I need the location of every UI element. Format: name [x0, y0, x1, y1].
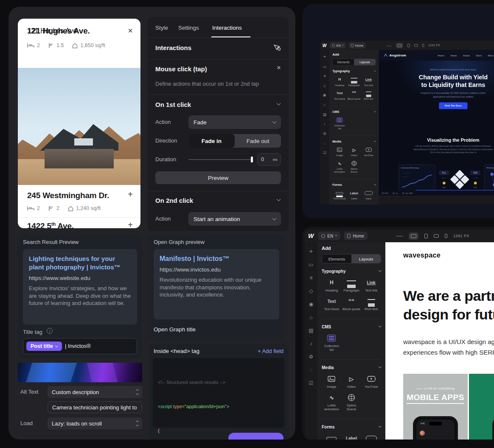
- nav-docs[interactable]: Docs: [476, 54, 482, 57]
- duration-slider-handle[interactable]: [251, 157, 253, 162]
- chevron-down-icon[interactable]: [277, 101, 281, 106]
- section-typography[interactable]: Typography: [332, 70, 376, 73]
- home-icon[interactable]: ⌂: [323, 103, 326, 107]
- webflow-logo[interactable]: W: [308, 232, 314, 239]
- landscape-breakpoint-icon[interactable]: [434, 234, 439, 238]
- audio-icon[interactable]: ♪: [310, 341, 312, 347]
- cms-icon[interactable]: ▤: [309, 328, 313, 333]
- code-editor[interactable]: <!-- Structured search results --> <scri…: [153, 358, 284, 428]
- element-rich-text[interactable]: Rich text: [361, 88, 376, 102]
- cut-off-purple-button[interactable]: [228, 433, 283, 440]
- section-forms[interactable]: Forms: [322, 425, 381, 429]
- info-icon[interactable]: i: [47, 328, 53, 334]
- element-form-block[interactable]: Form block: [332, 188, 347, 202]
- audio-icon[interactable]: ♪: [324, 122, 326, 126]
- tab-layouts[interactable]: Layouts: [351, 255, 381, 263]
- add-icon[interactable]: +: [323, 54, 326, 59]
- og-title[interactable]: Manifesto | Invictos™: [160, 255, 273, 263]
- wavespace-logo[interactable]: wavespace: [403, 252, 441, 259]
- section-cms[interactable]: CMS: [322, 325, 381, 329]
- locale-switcher[interactable]: EN: [330, 42, 346, 49]
- breadcrumb[interactable]: Home: [348, 42, 366, 49]
- phone-breakpoint-icon[interactable]: [445, 234, 447, 238]
- assets-icon[interactable]: ◉: [309, 301, 313, 307]
- element-input[interactable]: Input: [361, 432, 381, 440]
- element-input[interactable]: Input: [361, 188, 376, 202]
- saas-card[interactable]: AI based SAAS Library: [469, 374, 494, 440]
- home-icon[interactable]: ⌂: [309, 314, 312, 320]
- nav-home[interactable]: Home: [438, 54, 444, 57]
- section-media[interactable]: Media: [322, 365, 381, 370]
- breadcrumb-item[interactable]: Cat: [393, 192, 399, 194]
- element-paragraph[interactable]: Paragraph: [342, 276, 362, 295]
- action-select[interactable]: Fade: [188, 115, 281, 129]
- serp-title[interactable]: Lighting techniques for your plant photo…: [29, 255, 131, 272]
- title-tag-input[interactable]: Post title | Invictos®: [23, 338, 137, 354]
- element-rich-text[interactable]: Rich text: [361, 295, 381, 314]
- load-select[interactable]: Lazy: loads on scroll: [48, 417, 142, 429]
- section-cms[interactable]: CMS: [332, 110, 376, 114]
- nav-more[interactable]: More: [488, 54, 493, 57]
- mobile-apps-card[interactable]: a UIs for everything MOBILE APPS 9:41: [403, 374, 468, 440]
- element-video[interactable]: ▷Video: [342, 372, 362, 391]
- element-youtube[interactable]: YouTube: [361, 372, 381, 391]
- fade-out-segment[interactable]: Fade out: [235, 134, 281, 148]
- element-block-quote[interactable]: ““Block quote: [347, 88, 361, 102]
- pages-icon[interactable]: ▭: [323, 64, 326, 68]
- add-listing-icon[interactable]: +: [128, 190, 133, 199]
- element-lottie[interactable]: ∿Lottie animation: [332, 159, 347, 175]
- element-spline[interactable]: Spline Scene: [342, 391, 362, 414]
- breadcrumb-item[interactable]: DNC: [382, 192, 388, 194]
- nav-article[interactable]: Article: [463, 54, 470, 57]
- navigator-icon[interactable]: ≡: [309, 275, 312, 281]
- pages-icon[interactable]: ▭: [309, 262, 313, 268]
- chevron-down-icon[interactable]: [277, 197, 281, 202]
- settings-icon[interactable]: ⚙: [309, 354, 314, 360]
- tab-settings[interactable]: Settings: [178, 25, 199, 31]
- fade-in-segment[interactable]: Fade in: [188, 134, 235, 148]
- assets-icon[interactable]: ◉: [323, 93, 326, 97]
- breadcrumb-item[interactable]: Top-CMS: [402, 192, 413, 194]
- element-block-quote[interactable]: ““Block quote: [342, 295, 362, 314]
- history-icon[interactable]: ◌: [323, 141, 326, 146]
- element-image[interactable]: Image: [322, 372, 342, 391]
- duration-slider-track[interactable]: [188, 159, 253, 160]
- navigator-icon[interactable]: ≡: [323, 74, 326, 78]
- desktop-breakpoint-icon[interactable]: [396, 43, 403, 48]
- element-spline[interactable]: Spline Scene: [347, 159, 361, 175]
- cms-icon[interactable]: ▤: [323, 112, 326, 117]
- tab-interactions[interactable]: Interactions: [212, 25, 242, 31]
- add-listing-icon[interactable]: +: [128, 221, 133, 228]
- add-icon[interactable]: +: [309, 247, 313, 255]
- check-icon[interactable]: ☑: [323, 151, 326, 155]
- element-text-block[interactable]: TextText block: [322, 295, 342, 314]
- section-media[interactable]: Media: [332, 140, 376, 143]
- add-field-button[interactable]: + Add field: [258, 348, 283, 354]
- element-form-block[interactable]: Form block: [322, 432, 342, 440]
- tab-elements[interactable]: Elements: [322, 255, 351, 263]
- element-youtube[interactable]: YouTube: [361, 145, 376, 159]
- element-label[interactable]: LabelLabel: [347, 188, 361, 202]
- angstrom-logo[interactable]: Angstrom: [384, 53, 406, 57]
- element-video[interactable]: ▷Video: [347, 145, 361, 159]
- components-icon[interactable]: ◇: [309, 288, 313, 294]
- visit-docs-button[interactable]: Visit The Docs: [439, 102, 467, 109]
- element-text-link[interactable]: LinkText link: [361, 75, 376, 88]
- section-typography[interactable]: Typography: [322, 269, 381, 274]
- preview-button[interactable]: Preview: [155, 171, 281, 184]
- desktop-breakpoint-icon[interactable]: [409, 232, 418, 240]
- history-icon[interactable]: ◌: [309, 367, 312, 373]
- section-forms[interactable]: Forms: [332, 183, 376, 187]
- nav-news[interactable]: News: [451, 54, 457, 57]
- webflow-logo[interactable]: W: [323, 43, 327, 48]
- post-title-chip[interactable]: Post title: [26, 342, 62, 351]
- element-collection-list[interactable]: Collection list: [332, 115, 347, 132]
- remove-event-icon[interactable]: ×: [277, 64, 281, 72]
- landscape-breakpoint-icon[interactable]: [414, 44, 418, 47]
- alt-mode-select[interactable]: Custom description: [48, 386, 142, 398]
- settings-icon[interactable]: ⚙: [323, 132, 326, 136]
- second-action-select[interactable]: Start an animation: [188, 212, 281, 226]
- phone-breakpoint-icon[interactable]: [422, 44, 424, 47]
- close-icon[interactable]: ×: [128, 26, 133, 35]
- element-text-block[interactable]: TextText block: [332, 88, 347, 102]
